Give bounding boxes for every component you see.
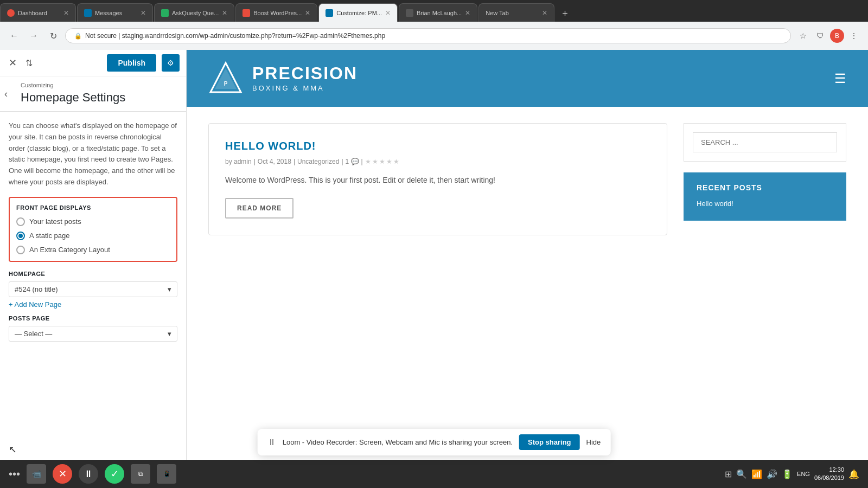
tab-brian[interactable]: Brian McLaugh... ✕ — [399, 3, 477, 22]
refresh-button[interactable]: ↻ — [46, 28, 61, 43]
recent-posts-title: RECENT POSTS — [697, 183, 833, 192]
radio-label-static: A static page — [29, 232, 69, 240]
dock-pause-icon[interactable]: ⏸ — [79, 464, 98, 484]
radio-latest-posts[interactable]: Your latest posts — [16, 217, 170, 226]
bookmark-icon[interactable]: ☆ — [795, 28, 810, 43]
dock-phone-icon[interactable]: 📱 — [157, 464, 176, 484]
gear-button[interactable]: ⚙ — [162, 54, 180, 72]
clock-date: 06/08/2019 — [814, 474, 844, 482]
tab-favicon-boost — [242, 9, 250, 17]
hamburger-menu-button[interactable]: ☰ — [834, 71, 846, 86]
dock-copy-icon[interactable]: ⧉ — [131, 464, 150, 484]
site-tagline: BOXING & MMA — [252, 84, 358, 92]
stop-sharing-button[interactable]: Stop sharing — [519, 434, 579, 450]
front-page-displays-box: FRONT PAGE DISPLAYS Your latest posts A … — [9, 197, 177, 262]
post-meta-sep4: | — [361, 158, 363, 165]
post-title: HELLO WORLD! — [225, 140, 650, 152]
tab-close-dashboard[interactable]: ✕ — [63, 9, 69, 17]
tab-label-askquesty: AskQuesty Que... — [172, 10, 219, 16]
address-bar[interactable]: 🔒 Not secure | staging.wandrrdesign.com/… — [65, 28, 791, 43]
back-section-button[interactable]: ‹ — [0, 86, 12, 102]
customizer-toolbar: ✕ ⇅ Publish ⚙ — [0, 50, 186, 76]
posts-page-value: — Select — — [15, 330, 52, 338]
profile-icon[interactable]: B — [830, 29, 844, 43]
tab-favicon-dashboard — [7, 9, 15, 17]
svg-text:P: P — [224, 81, 228, 87]
post-rating: ★★★★★ — [365, 158, 400, 165]
sidebar-content: RECENT POSTS Hello world! — [684, 123, 846, 248]
tab-close-askquesty[interactable]: ✕ — [222, 9, 227, 17]
tab-newtab[interactable]: New Tab ✕ — [478, 3, 554, 22]
site-logo-area: P PRECISION BOXING & MMA — [208, 61, 358, 96]
post-category: Uncategorized — [297, 158, 339, 165]
more-options-button[interactable]: ••• — [9, 468, 20, 480]
homepage-description: You can choose what's displayed on the h… — [9, 120, 177, 188]
post-meta-sep3: | — [341, 158, 343, 165]
tab-favicon-askquesty — [161, 9, 169, 17]
posts-page-dropdown[interactable]: — Select — ▾ — [9, 326, 177, 342]
address-bar-row: ← → ↻ 🔒 Not secure | staging.wandrrdesig… — [0, 22, 868, 50]
search-taskbar-icon[interactable]: 🔍 — [736, 469, 747, 479]
tab-label-customize: Customize: PM... — [336, 10, 382, 16]
site-preview: P PRECISION BOXING & MMA ☰ HELLO WORLD! — [187, 50, 868, 460]
hide-button[interactable]: Hide — [586, 438, 601, 446]
search-input[interactable] — [693, 132, 837, 152]
tab-customize[interactable]: Customize: PM... ✕ — [318, 3, 398, 22]
tab-messages[interactable]: Messages ✕ — [77, 3, 153, 22]
radio-circle-latest[interactable] — [16, 217, 25, 226]
dock-video-icon[interactable]: 📹 — [27, 464, 46, 484]
post-excerpt: Welcome to WordPress. This is your first… — [225, 174, 650, 187]
homepage-label: HOMEPAGE — [9, 271, 177, 277]
tab-label-dashboard: Dashboard — [18, 10, 60, 16]
front-page-box-title: FRONT PAGE DISPLAYS — [16, 204, 170, 211]
notification-icon[interactable]: 🔔 — [848, 469, 859, 479]
radio-label-latest: Your latest posts — [29, 217, 81, 226]
tab-favicon-brian — [406, 9, 413, 17]
tab-close-customize[interactable]: ✕ — [385, 9, 391, 17]
chevron-down-icon: ▾ — [168, 285, 171, 293]
tab-label-brian: Brian McLaugh... — [417, 10, 462, 16]
battery-icon[interactable]: 🔋 — [782, 469, 793, 479]
tab-dashboard[interactable]: Dashboard ✕ — [0, 3, 76, 22]
close-customizer-button[interactable]: ✕ — [7, 55, 19, 71]
posts-page-label: POSTS PAGE — [9, 315, 177, 322]
taskbar-time: 12:30 06/08/2019 — [814, 466, 844, 483]
tab-close-messages[interactable]: ✕ — [141, 9, 146, 17]
new-tab-button[interactable]: + — [558, 6, 572, 22]
speaker-icon[interactable]: 🔊 — [767, 469, 777, 479]
tab-close-newtab[interactable]: ✕ — [542, 9, 547, 17]
radio-circle-extra[interactable] — [16, 246, 25, 254]
read-more-button[interactable]: READ MORE — [225, 198, 293, 219]
dock-check-icon[interactable]: ✓ — [105, 464, 124, 484]
menu-icon[interactable]: ⋮ — [846, 28, 861, 43]
post-meta-sep1: | — [254, 158, 256, 165]
wifi-icon[interactable]: 📶 — [751, 469, 762, 479]
homepage-dropdown[interactable]: #524 (no title) ▾ — [9, 281, 177, 297]
add-new-page-link[interactable]: + Add New Page — [9, 300, 177, 309]
tab-askquesty[interactable]: AskQuesty Que... ✕ — [154, 3, 234, 22]
extensions-icon[interactable]: 🛡 — [813, 28, 828, 43]
tab-bar: Dashboard ✕ Messages ✕ AskQuesty Que... … — [0, 0, 868, 22]
preview-area: P PRECISION BOXING & MMA ☰ HELLO WORLD! — [187, 50, 868, 460]
tab-close-boost[interactable]: ✕ — [305, 9, 310, 17]
site-header: P PRECISION BOXING & MMA ☰ — [187, 50, 868, 107]
tab-boost[interactable]: Boost WordPres... ✕ — [235, 3, 317, 22]
tab-close-brian[interactable]: ✕ — [465, 9, 470, 17]
radio-circle-static[interactable] — [16, 232, 25, 240]
publish-button[interactable]: Publish — [107, 54, 156, 72]
loom-record-icon: ⏸ — [267, 438, 276, 447]
main-content: HELLO WORLD! by admin | Oct 4, 2018 | Un… — [208, 123, 667, 248]
forward-button[interactable]: → — [26, 28, 41, 43]
post-comments: 1 💬 — [346, 158, 359, 165]
section-title: Homepage Settings — [21, 91, 125, 105]
sort-button[interactable]: ⇅ — [23, 56, 35, 70]
radio-extra-category[interactable]: An Extra Category Layout — [16, 246, 170, 254]
tab-label-messages: Messages — [95, 10, 137, 16]
back-button[interactable]: ← — [7, 28, 22, 43]
radio-static-page[interactable]: A static page — [16, 232, 170, 240]
post-meta: by admin | Oct 4, 2018 | Uncategorized |… — [225, 158, 650, 165]
windows-start-icon[interactable]: ⊞ — [725, 469, 732, 479]
dock-close-icon[interactable]: ✕ — [53, 464, 72, 484]
tab-favicon-customize — [326, 9, 333, 17]
site-name: PRECISION — [252, 65, 358, 82]
